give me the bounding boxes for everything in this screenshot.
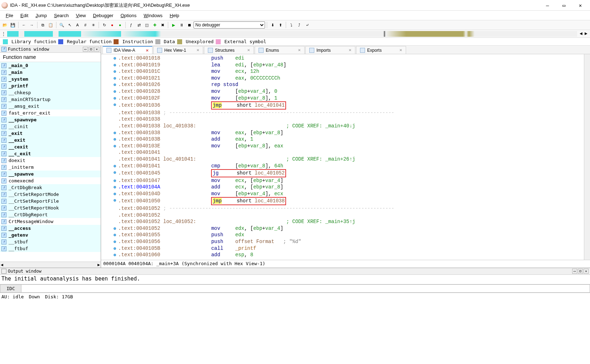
search-icon[interactable]: 🔍 xyxy=(58,21,65,29)
stepover-icon[interactable]: ⤴ xyxy=(296,21,303,29)
breakpoint-dot-icon[interactable] xyxy=(114,57,116,60)
disasm-line[interactable]: .text:0040104A add ecx, [ebp+var_8] xyxy=(101,184,584,191)
disasm-line[interactable]: .text:00401041 loc_401041: ; CODE XREF: … xyxy=(101,156,584,163)
function-row[interactable]: f__spawnve xyxy=(0,171,101,177)
disasm-line[interactable]: .text:00401038 mov eax, [ebp+var_8] xyxy=(101,130,584,136)
function-row[interactable]: f__CrtSetReportFile xyxy=(0,198,101,204)
function-row[interactable]: f__stbuf xyxy=(0,238,101,245)
disasm-line[interactable]: .text:00401055 push edx xyxy=(101,232,584,238)
function-row[interactable]: f__cexit xyxy=(0,143,101,150)
breakpoint-dot-icon[interactable] xyxy=(114,138,116,141)
disasm-line[interactable]: .text:00401038 ; -----------------------… xyxy=(101,110,584,116)
stop2-icon[interactable]: ⏹ xyxy=(186,21,193,29)
function-row[interactable]: f__access xyxy=(0,225,101,232)
nav-colorbar[interactable] xyxy=(7,31,577,37)
function-row[interactable]: f__cinit xyxy=(0,123,101,130)
function-row[interactable]: f_initterm xyxy=(0,164,101,171)
function-row[interactable]: f_getenv xyxy=(0,232,101,238)
breakpoint-dot-icon[interactable] xyxy=(114,77,116,80)
function-row[interactable]: f__ftbuf xyxy=(0,245,101,252)
disasm-line[interactable]: .text:0040105B call _printf xyxy=(101,245,584,252)
trace-icon[interactable]: ⬆ xyxy=(277,21,284,29)
disassembly-view[interactable]: .text:00401018 push edi.text:00401019 le… xyxy=(101,54,584,260)
breakpoint-dot-icon[interactable] xyxy=(114,70,116,73)
function-row[interactable]: f_mainCRTStartup xyxy=(0,96,101,103)
pause-icon[interactable]: ⏸ xyxy=(178,21,185,29)
breakpoint-dot-icon[interactable] xyxy=(114,247,116,250)
hex-icon[interactable]: # xyxy=(82,21,89,29)
tab-exports[interactable]: Exports✕ xyxy=(356,46,406,54)
star-icon[interactable]: ✳ xyxy=(90,21,97,29)
disasm-line[interactable]: .text:00401018 push edi xyxy=(101,55,584,62)
tab-ida-view-a[interactable]: IDA View-A✕ xyxy=(102,46,152,54)
output-close-icon[interactable]: ✕ xyxy=(584,269,589,274)
del-icon[interactable]: ✖ xyxy=(159,21,166,29)
menu-windows[interactable]: Windows xyxy=(141,12,165,19)
disasm-line[interactable]: .text:00401056 push offset Format ; "%d" xyxy=(101,238,584,245)
breakpoint-dot-icon[interactable] xyxy=(114,234,116,236)
disasm-line[interactable]: .text:00401045 jg short loc_401052 xyxy=(101,169,584,177)
disasm-line[interactable]: .text:00401052 mov edx, [ebp+var_4] xyxy=(101,225,584,232)
breakpoint-dot-icon[interactable] xyxy=(114,103,116,106)
disasm-line[interactable]: .text:00401052 loc_401052: ; CODE XREF: … xyxy=(101,218,584,225)
disasm-line[interactable]: .text:00401038 loc_401038: ; CODE XREF: … xyxy=(101,123,584,130)
tab-structures[interactable]: Structures✕ xyxy=(204,46,254,54)
tab-close-icon[interactable]: ✕ xyxy=(349,48,351,52)
breakpoint-dot-icon[interactable] xyxy=(114,90,116,93)
disasm-line[interactable]: .text:00401052 ; -----------------------… xyxy=(101,205,584,212)
breakpoint-dot-icon[interactable] xyxy=(114,97,116,100)
disasm-line[interactable]: .text:00401038 xyxy=(101,116,584,123)
function-row[interactable]: f__c_exit xyxy=(0,150,101,157)
disasm-line[interactable]: .text:00401050 jmp short loc_401038 xyxy=(101,197,584,205)
paste-icon[interactable]: 📋 xyxy=(47,21,54,29)
close-button[interactable]: ✕ xyxy=(572,0,589,11)
cursor-icon[interactable]: ↖ xyxy=(66,21,73,29)
nav-next-icon[interactable]: ▶ xyxy=(584,31,589,36)
cmd-lang-label[interactable]: IDC xyxy=(0,284,21,293)
breakpoint-dot-icon[interactable] xyxy=(114,132,116,134)
tab-hex-view-1[interactable]: Hex View-1✕ xyxy=(153,46,203,54)
run-icon[interactable]: ▶ xyxy=(170,21,177,29)
functions-column-header[interactable]: Function name xyxy=(0,53,101,62)
breakpoint-dot-icon[interactable] xyxy=(114,180,116,182)
disasm-line[interactable]: .text:0040103B add eax, 1 xyxy=(101,136,584,143)
navbar-handle-icon[interactable]: ⋮ xyxy=(1,31,6,36)
menu-search[interactable]: Search xyxy=(51,12,71,19)
disasm-line[interactable]: .text:00401019 lea edi, [ebp+var_48] xyxy=(101,62,584,69)
disasm-line[interactable]: .text:00401047 mov ecx, [ebp+var_4] xyxy=(101,177,584,184)
function-row[interactable]: f__chkesp xyxy=(0,89,101,96)
stop-icon[interactable]: ● xyxy=(109,21,116,29)
function-row[interactable]: f_printf xyxy=(0,82,101,89)
disasm-line[interactable]: .text:00401021 mov eax, 0CCCCCCCCh xyxy=(101,75,584,82)
menu-edit[interactable]: Edit xyxy=(18,12,31,19)
breakpoint-dot-icon[interactable] xyxy=(114,145,116,147)
tab-close-icon[interactable]: ✕ xyxy=(399,48,402,52)
output-max-icon[interactable]: ⊡ xyxy=(578,269,583,274)
breakpoint-dot-icon[interactable] xyxy=(114,241,116,243)
debugger-select[interactable]: No debugger xyxy=(194,21,265,29)
bp-icon[interactable]: ⬇ xyxy=(269,21,276,29)
function-row[interactable]: f_CrtDbgBreak xyxy=(0,184,101,191)
refresh-icon[interactable]: ↻ xyxy=(101,21,108,29)
function-row[interactable]: f_system xyxy=(0,76,101,82)
tab-close-icon[interactable]: ✕ xyxy=(196,48,199,52)
disasm-line[interactable]: .text:00401041 xyxy=(101,149,584,156)
function-row[interactable]: f__CrtSetReportHook xyxy=(0,204,101,211)
functions-list[interactable]: f_main_0f_mainf_systemf_printff__chkespf… xyxy=(0,62,101,262)
stepout-icon[interactable]: ⤶ xyxy=(304,21,311,29)
breakpoint-dot-icon[interactable] xyxy=(114,165,116,167)
menu-view[interactable]: View xyxy=(73,12,89,19)
function-row[interactable]: f__CrtSetReportMode xyxy=(0,191,101,198)
panel-detach-icon[interactable]: ▭ xyxy=(83,47,88,52)
function-row[interactable]: f__exit xyxy=(0,137,101,143)
disasm-vscrollbar[interactable] xyxy=(584,54,590,260)
breakpoint-dot-icon[interactable] xyxy=(114,254,116,256)
disasm-line[interactable]: .text:00401041 cmp [ebp+var_8], 64h xyxy=(101,163,584,170)
function-row[interactable]: fdoexit xyxy=(0,157,101,164)
graph-icon[interactable]: ◫ xyxy=(143,21,150,29)
tab-close-icon[interactable]: ✕ xyxy=(146,49,149,52)
text-icon[interactable]: A xyxy=(74,21,81,29)
maximize-button[interactable]: ▭ xyxy=(556,0,572,11)
function-row[interactable]: fcomexecmd xyxy=(0,177,101,184)
tab-close-icon[interactable]: ✕ xyxy=(247,48,250,52)
